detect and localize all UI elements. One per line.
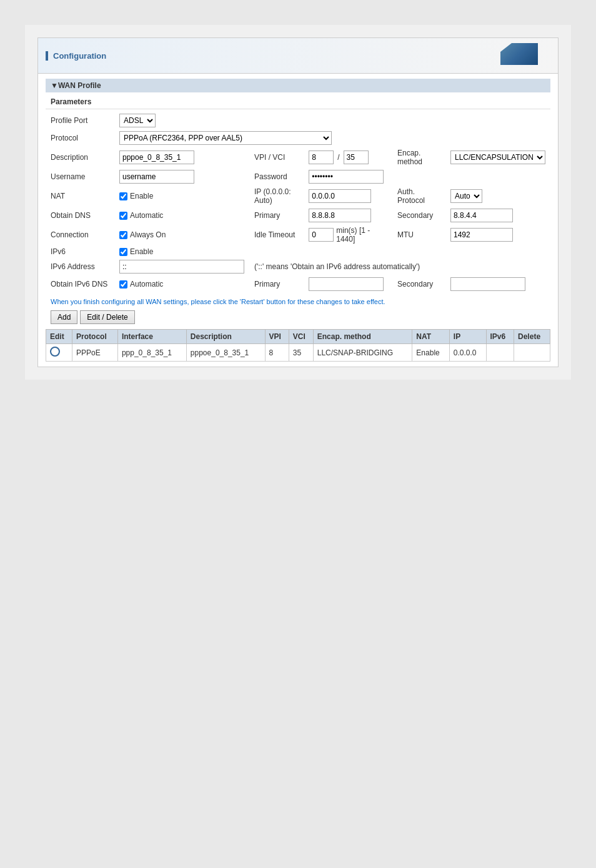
nat-ip-input[interactable] (309, 189, 371, 203)
col-vci: VCI (289, 330, 313, 344)
col-encap: Encap. method (313, 330, 412, 344)
mtu-cell (445, 224, 550, 245)
idle-hint: min(s) [1 - 1440] (336, 226, 387, 244)
primary-dns-label: Primary (254, 211, 280, 220)
ipv6-address-row: IPv6 Address ('::' means 'Obtain an IPv6… (46, 258, 550, 275)
row-ip: 0.0.0.0 (449, 344, 486, 362)
nat-checkbox[interactable] (119, 192, 127, 200)
profile-port-row: Profile Port ADSL (46, 112, 550, 129)
col-ipv6: IPv6 (486, 330, 514, 344)
ipv6-dns-auto-label[interactable]: Automatic (119, 280, 244, 289)
row-delete (514, 344, 550, 362)
add-button[interactable]: Add (51, 310, 77, 324)
config-header: Configuration (38, 38, 558, 74)
vpi-vci-separator: / (337, 153, 339, 162)
ipv6-primary-cell (304, 275, 392, 293)
username-cell (114, 168, 249, 185)
vpi-vci-cell: / (304, 147, 392, 168)
protocol-label: Protocol (46, 129, 114, 147)
password-input[interactable] (309, 170, 384, 184)
col-vpi: VPI (265, 330, 289, 344)
always-on-checkbox[interactable] (119, 231, 127, 239)
dns-auto-text: Automatic (130, 211, 163, 220)
idle-timeout-label: Idle Timeout (254, 230, 295, 239)
row-interface: ppp_0_8_35_1 (117, 344, 186, 362)
obtain-ipv6-dns-row: Obtain IPv6 DNS Automatic Primary (46, 275, 550, 293)
password-label: Password (254, 172, 287, 181)
ipv6-dns-auto-checkbox[interactable] (119, 280, 127, 289)
vpi-vci-label: VPI / VCI (254, 153, 285, 162)
always-on-label[interactable]: Always On (119, 230, 244, 239)
col-nat: NAT (412, 330, 449, 344)
col-edit: Edit (46, 330, 72, 344)
username-input[interactable] (119, 170, 194, 184)
encap-select[interactable]: LLC/ENCAPSULATION (450, 150, 545, 164)
nat-ip-label-cell: IP (0.0.0.0: Auto) (249, 185, 304, 207)
col-protocol: Protocol (72, 330, 118, 344)
secondary-dns-label-cell: Secondary (392, 207, 445, 224)
profile-port-label: Profile Port (46, 112, 114, 129)
edit-delete-button[interactable]: Edit / Delete (80, 310, 134, 324)
mtu-label-cell: MTU (392, 224, 445, 245)
ipv6-checkbox[interactable] (119, 248, 127, 256)
nat-row: NAT Enable IP (0.0.0.0: Auto) A (46, 185, 550, 207)
ipv6-enable-label[interactable]: Enable (119, 247, 244, 256)
secondary-dns-input[interactable] (450, 209, 513, 222)
button-row: Add Edit / Delete (46, 308, 550, 327)
primary-dns-input[interactable] (309, 209, 371, 222)
config-title: Configuration (46, 51, 106, 61)
nat-cell: Enable (114, 185, 249, 207)
col-delete: Delete (514, 330, 550, 344)
vpi-input[interactable] (309, 150, 334, 164)
obtain-dns-cell: Automatic (114, 207, 249, 224)
row-edit[interactable] (46, 344, 72, 362)
protocol-select[interactable]: PPPoA (RFC2364, PPP over AAL5) (119, 131, 332, 145)
always-on-text: Always On (130, 230, 166, 239)
ipv6-secondary-label: Secondary (397, 280, 433, 289)
profile-port-cell: ADSL (114, 112, 249, 129)
col-ip: IP (449, 330, 486, 344)
idle-timeout-cell: min(s) [1 - 1440] (304, 224, 392, 245)
username-label: Username (46, 168, 114, 185)
wan-profile-header[interactable]: ▼WAN Profile (46, 79, 550, 92)
profile-port-select[interactable]: ADSL (119, 114, 156, 127)
nat-ip-label: IP (0.0.0.0: Auto) (254, 187, 291, 205)
obtain-dns-row: Obtain DNS Automatic Primary Se (46, 207, 550, 224)
secondary-dns-label: Secondary (397, 211, 433, 220)
ipv6-address-input[interactable] (119, 260, 244, 274)
vci-input[interactable] (344, 150, 369, 164)
obtain-ipv6-dns-label: Obtain IPv6 DNS (46, 275, 114, 293)
ipv6-secondary-input[interactable] (450, 277, 525, 291)
mtu-input[interactable] (450, 228, 513, 242)
header-logo (500, 43, 550, 68)
encap-label: Encap. method (397, 149, 422, 166)
nat-enable-label[interactable]: Enable (119, 192, 244, 200)
username-row: Username Password (46, 168, 550, 185)
description-cell (114, 147, 249, 168)
ipv6-primary-input[interactable] (309, 277, 384, 291)
connection-row: Connection Always On Idle Timeout mi (46, 224, 550, 245)
obtain-dns-label: Obtain DNS (46, 207, 114, 224)
nat-enable-text: Enable (130, 192, 153, 200)
ipv6-primary-label-cell: Primary (249, 275, 304, 293)
row-protocol: PPPoE (72, 344, 118, 362)
nat-label: NAT (46, 185, 114, 207)
dns-auto-label[interactable]: Automatic (119, 211, 244, 220)
auth-protocol-label: Auth. Protocol (397, 187, 425, 205)
row-nat: Enable (412, 344, 449, 362)
primary-dns-cell (304, 207, 392, 224)
protocol-cell: PPPoA (RFC2364, PPP over AAL5) (114, 129, 550, 147)
dns-auto-checkbox[interactable] (119, 212, 127, 220)
ipv6-hint: ('::' means 'Obtain an IPv6 address auto… (254, 262, 420, 271)
ipv6-hint-cell: ('::' means 'Obtain an IPv6 address auto… (249, 258, 550, 275)
mtu-label: MTU (397, 230, 414, 239)
idle-timeout-input[interactable] (309, 228, 334, 242)
vpi-vci-label-cell: VPI / VCI (249, 147, 304, 168)
auth-protocol-label-cell: Auth. Protocol (392, 185, 445, 207)
description-input[interactable] (119, 150, 194, 164)
col-description: Description (186, 330, 265, 344)
auth-protocol-select[interactable]: Auto (450, 189, 482, 203)
ipv6-cell: Enable (114, 245, 249, 258)
encap-label-cell: Encap. method (392, 147, 445, 168)
connection-label: Connection (46, 224, 114, 245)
